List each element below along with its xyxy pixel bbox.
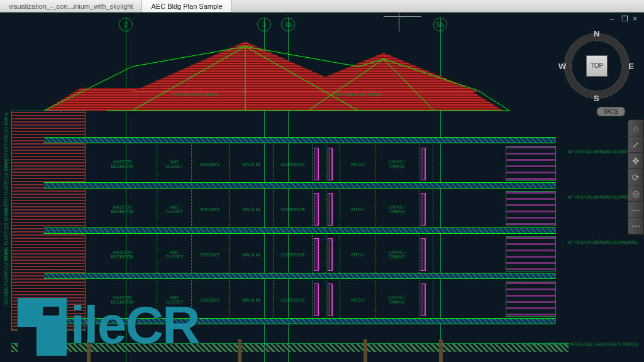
nav-tool-2[interactable]: ✥ [628,153,643,169]
room-cell [313,235,326,274]
door-icon [421,148,426,180]
tab-label: visualization_-_con...inium_with_skyligh… [9,3,133,10]
door-icon [314,193,319,226]
foundation-pile [439,339,443,362]
room-cell [313,145,326,184]
room-label: ENSUITE [201,162,219,167]
foundation-pile [364,339,367,362]
room-cell: ENSUITE [192,145,230,184]
annotation-text: RAISED LANDSCAPED AREA (SEE LANDSCAPE DW… [522,342,638,346]
room-label: LIVING / DINING [389,295,406,304]
room-label: ENSUITE [201,298,219,302]
room-cell: MASTER BEDROOM [88,145,157,184]
compass-s[interactable]: S [594,94,599,103]
grid-bubble: 3 [257,18,271,31]
door-icon [328,193,333,226]
floor-room-row: MASTER BEDROOMW/D CLOSETENSUITEWALK INCO… [88,190,506,229]
room-cell [326,235,340,274]
grid-bubble: 5a [433,18,447,31]
floor-slab [44,273,556,279]
floor-room-row: MASTER BEDROOMW/D CLOSETENSUITEWALK INCO… [88,235,506,274]
compass-n[interactable]: N [594,29,599,38]
room-label: WALK IN [242,162,260,167]
balcony [506,146,556,181]
balcony [506,236,556,272]
room-cell: KITCH [340,145,375,184]
floor-room-row: MASTER BEDROOMW/D CLOSETENSUITEWALK INCO… [88,145,506,184]
balcony-rail-icon [506,237,555,271]
room-label: CORRIDOR [280,298,304,302]
room-label: LIVING / DINING [389,205,406,214]
room-label: WALK IN [242,253,260,257]
room-label: ENSUITE [201,253,219,257]
balcony-rail-icon [506,282,555,316]
level-label: SECOND FLOOR (12.580m) [4,249,8,305]
room-label: WALK IN [242,298,260,302]
floor-slab [44,228,556,234]
compass-e[interactable]: E [628,62,634,71]
room-label: ENSUITE [201,207,219,212]
nav-tool-1[interactable]: ⤢ [628,136,643,153]
room-cell: KITCH [340,280,375,319]
room-label: W/D CLOSET [165,205,183,214]
tab-label: AEC Bldg Plan Sample [151,3,222,10]
room-cell: WALK IN [230,235,274,274]
room-label: MASTER BEDROOM [111,205,133,214]
annotation-text: 42" HIGH ALUMINUM GUARDRAIL [568,240,638,244]
grid-bubble: 3a [281,18,295,31]
nav-tool-4[interactable]: ◎ [628,185,643,202]
balcony-rail-icon [506,192,555,226]
watermark-text: ileCR [70,295,199,356]
room-label: KITCH [351,298,364,302]
room-label: KITCH [351,253,364,257]
door-icon [314,238,319,271]
tab-visualization[interactable]: visualization_-_con...inium_with_skyligh… [0,0,142,12]
navigation-bar: ⌂⤢✥⟳◎—⋯ [628,119,644,235]
floor-slab [44,182,556,189]
room-cell: ENSUITE [192,190,230,229]
balcony [506,282,556,317]
room-cell: CORRIDOR [274,235,313,274]
tab-aec-plan[interactable]: AEC Bldg Plan Sample [142,0,231,12]
door-icon [314,283,319,316]
room-label: LIVING / DINING [389,250,406,259]
nav-tool-3[interactable]: ⟳ [628,169,643,185]
level-label: FOURTH FLOOR (18.620m) [4,159,8,215]
drawing-canvas[interactable]: – ❐ × 233a5a VENTED ATTIC SPACE VENTED A… [0,13,644,362]
room-label: KITCH [351,207,364,212]
nav-tool-0[interactable]: ⌂ [628,120,643,136]
room-cell [326,280,340,319]
room-cell: CORRIDOR [274,280,313,319]
room-cell: WALK IN [230,280,274,319]
door-icon [314,148,319,180]
room-label: MASTER BEDROOM [111,250,133,259]
attic-label-right: VENTED ATTIC SPACE [335,92,382,97]
roof-truss-lines [44,40,509,116]
foundation-pile [238,339,242,362]
nav-tool-6[interactable]: ⋯ [628,218,643,234]
room-cell: WALK IN [230,190,274,229]
room-label: W/D CLOSET [165,160,183,168]
room-cell: W/D CLOSET [157,235,192,274]
compass-w[interactable]: W [558,62,566,71]
room-cell: W/D CLOSET [157,145,192,184]
room-label: LIVING / DINING [389,160,406,168]
viewcube-top-face[interactable]: TOP [586,55,608,77]
viewcube[interactable]: TOP N E S W [562,31,631,101]
room-label: WALK IN [242,207,260,212]
room-cell: LIVING / DINING [375,145,419,184]
room-cell: CORRIDOR [274,145,313,184]
room-cell: LIVING / DINING [375,280,419,319]
room-cell [419,190,433,229]
room-cell [313,280,326,319]
door-icon [328,148,333,180]
door-icon [421,283,426,316]
balcony [506,191,556,226]
room-cell: KITCH [340,190,375,229]
room-label: KITCH [351,162,364,167]
watermark-f-glyph-icon [18,298,67,356]
wcs-badge[interactable]: WCS [597,107,625,116]
room-label: CORRIDOR [280,162,304,167]
nav-tool-5[interactable]: — [628,202,643,218]
room-cell: CORRIDOR [274,190,313,229]
